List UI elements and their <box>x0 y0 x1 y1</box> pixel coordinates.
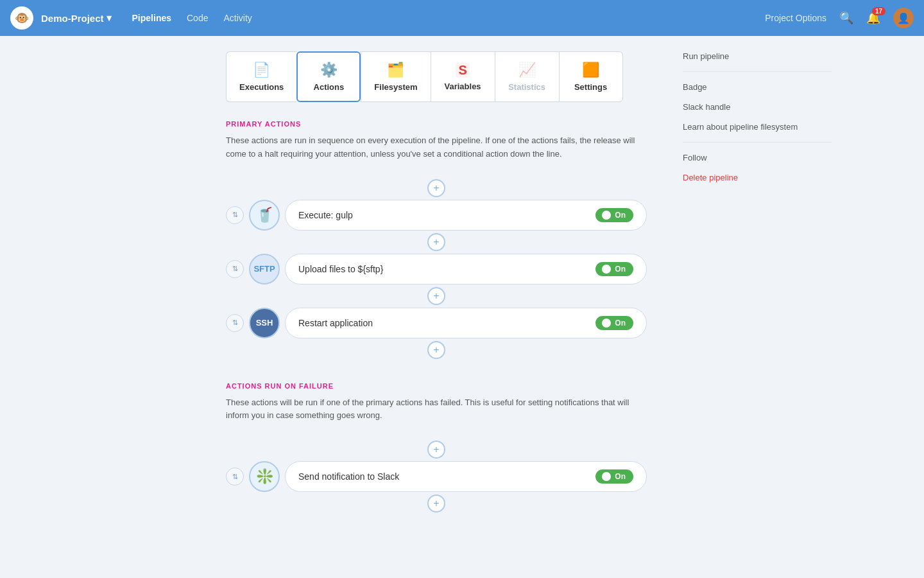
toggle-upload-sftp[interactable]: On <box>595 262 633 276</box>
action-row-slack-notify: ⇅ ❇️ Send notification to Slack On <box>226 461 647 492</box>
toggle-slack-notify[interactable]: On <box>595 469 633 484</box>
tab-settings-label: Settings <box>574 82 607 92</box>
toggle-circle <box>602 211 611 220</box>
action-row-execute-gulp: ⇅ 🥤 Execute: gulp On <box>226 200 647 231</box>
left-column <box>0 36 205 578</box>
nav-activity[interactable]: Activity <box>223 13 252 23</box>
action-icon-restart-app: SSH <box>249 308 280 338</box>
add-action-button-bottom[interactable]: + <box>427 341 445 359</box>
nav-right: Project Options 🔍 🔔 17 👤 <box>765 8 914 28</box>
run-pipeline-link[interactable]: Run pipeline <box>683 51 832 61</box>
toggle-circle <box>602 319 611 328</box>
tab-actions-label: Actions <box>314 82 345 92</box>
add-action-button-2[interactable]: + <box>427 233 445 251</box>
nav-pipelines[interactable]: Pipelines <box>132 13 171 23</box>
sidebar-divider-1 <box>683 71 832 72</box>
toggle-execute-gulp[interactable]: On <box>595 208 633 222</box>
slack-handle-link[interactable]: Slack handle <box>683 102 832 112</box>
tab-executions[interactable]: 📄 Executions <box>226 51 296 102</box>
action-card-slack-notify[interactable]: Send notification to Slack On <box>285 461 647 492</box>
action-label-upload-sftp: Upload files to ${sftp} <box>298 264 383 274</box>
toggle-circle <box>602 472 611 481</box>
filesystem-icon: 🗂️ <box>387 62 404 78</box>
action-label-restart-app: Restart application <box>298 318 373 328</box>
tab-variables-label: Variables <box>445 82 481 91</box>
search-icon[interactable]: 🔍 <box>839 11 853 25</box>
drag-handle-slack-notify[interactable]: ⇅ <box>226 468 244 486</box>
primary-actions-title: PRIMARY ACTIONS <box>226 120 647 128</box>
action-row-restart-app: ⇅ SSH Restart application On <box>226 308 647 338</box>
failure-actions-description: These actions will be run if one of the … <box>226 396 647 423</box>
tab-statistics-label: Statistics <box>508 82 545 92</box>
tab-bar: 📄 Executions ⚙️ Actions 🗂️ Filesystem S … <box>226 51 647 102</box>
add-failure-action-bottom[interactable]: + <box>427 495 445 512</box>
primary-actions-section: PRIMARY ACTIONS These actions are run in… <box>226 120 647 362</box>
project-selector[interactable]: Demo-Project ▾ <box>41 12 112 24</box>
statistics-icon: 📈 <box>518 62 536 78</box>
tab-statistics[interactable]: 📈 Statistics <box>495 51 559 102</box>
actions-icon: ⚙️ <box>320 62 338 78</box>
page-wrapper: 📄 Executions ⚙️ Actions 🗂️ Filesystem S … <box>0 0 924 578</box>
toggle-restart-app[interactable]: On <box>595 316 633 330</box>
nav-code[interactable]: Code <box>187 13 208 23</box>
tab-actions[interactable]: ⚙️ Actions <box>296 51 361 102</box>
failure-actions-title: ACTIONS RUN ON FAILURE <box>226 382 647 390</box>
action-icon-execute-gulp: 🥤 <box>249 200 280 231</box>
action-card-restart-app[interactable]: Restart application On <box>285 308 647 338</box>
project-options-link[interactable]: Project Options <box>765 13 826 23</box>
action-label-execute-gulp: Execute: gulp <box>298 210 353 220</box>
tab-executions-label: Executions <box>239 82 284 92</box>
action-icon-slack-notify: ❇️ <box>249 461 280 492</box>
add-action-button-3[interactable]: + <box>427 287 445 305</box>
main-content: 📄 Executions ⚙️ Actions 🗂️ Filesystem S … <box>205 36 667 578</box>
user-avatar[interactable]: 👤 <box>893 8 914 28</box>
tab-filesystem[interactable]: 🗂️ Filesystem <box>361 51 430 102</box>
delete-pipeline-link[interactable]: Delete pipeline <box>683 173 832 182</box>
follow-link[interactable]: Follow <box>683 153 832 162</box>
notification-count: 17 <box>872 7 886 15</box>
add-action-button-top[interactable]: + <box>427 179 445 197</box>
badge-link[interactable]: Badge <box>683 82 832 92</box>
notifications-bell[interactable]: 🔔 17 <box>866 11 880 25</box>
tab-settings[interactable]: 🟧 Settings <box>559 51 623 102</box>
nav-links: Pipelines Code Activity <box>132 13 252 23</box>
action-label-slack-notify: Send notification to Slack <box>298 471 399 482</box>
add-failure-action-top[interactable]: + <box>427 441 445 459</box>
primary-actions-description: These actions are run in sequence on eve… <box>226 134 647 161</box>
learn-filesystem-link[interactable]: Learn about pipeline filesystem <box>683 122 832 132</box>
right-sidebar: Run pipeline Badge Slack handle Learn ab… <box>667 36 847 578</box>
tab-filesystem-label: Filesystem <box>374 82 417 92</box>
variables-icon: S <box>456 63 469 78</box>
action-icon-upload-sftp: SFTP <box>249 254 280 285</box>
drag-handle-execute-gulp[interactable]: ⇅ <box>226 206 244 224</box>
drag-handle-upload-sftp[interactable]: ⇅ <box>226 260 244 278</box>
toggle-circle <box>602 265 611 274</box>
executions-icon: 📄 <box>253 62 270 78</box>
drag-handle-restart-app[interactable]: ⇅ <box>226 314 244 332</box>
top-navigation: 🐵 Demo-Project ▾ Pipelines Code Activity… <box>0 0 924 36</box>
action-card-execute-gulp[interactable]: Execute: gulp On <box>285 200 647 231</box>
failure-actions-section: ACTIONS RUN ON FAILURE These actions wil… <box>226 382 647 516</box>
action-card-upload-sftp[interactable]: Upload files to ${sftp} On <box>285 254 647 285</box>
failure-actions-list: + ⇅ ❇️ Send notification to Slack On + <box>226 438 647 515</box>
primary-actions-list: + ⇅ 🥤 Execute: gulp On + <box>226 177 647 362</box>
sidebar-divider-2 <box>683 142 832 143</box>
tab-variables[interactable]: S Variables <box>431 51 495 102</box>
action-row-upload-sftp: ⇅ SFTP Upload files to ${sftp} On <box>226 254 647 285</box>
app-logo: 🐵 <box>10 6 33 30</box>
settings-icon: 🟧 <box>582 62 599 78</box>
